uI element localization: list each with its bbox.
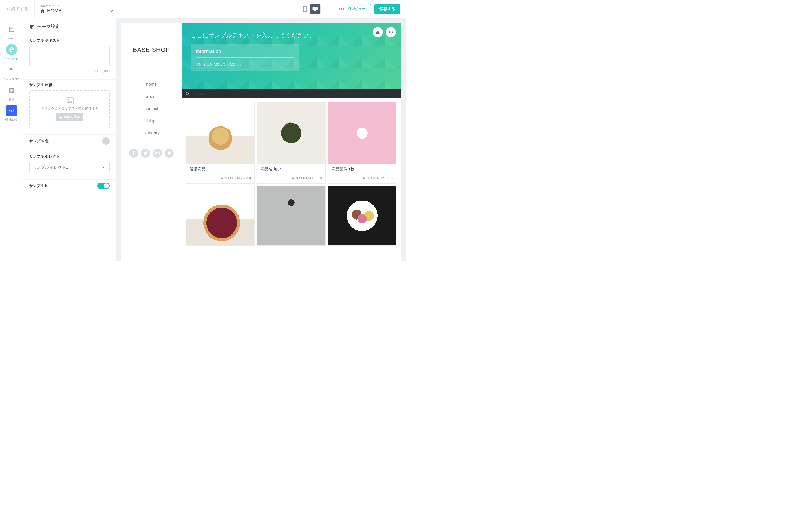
social-facebook[interactable] [129, 149, 138, 158]
sample-text-label: サンプル テキスト [29, 38, 110, 43]
product-thumb [257, 186, 325, 246]
save-label: 保存する [379, 6, 395, 12]
iconbar-background[interactable]: 背景 [2, 85, 21, 102]
iconbar-shop-logo[interactable]: ショップロゴ [2, 64, 21, 81]
preview-label: プレビュー [346, 6, 366, 12]
product-card[interactable] [186, 186, 254, 246]
page-selector[interactable]: 編集中のページ HOME [35, 4, 119, 14]
pick-image-button[interactable]: 画像を選択 [56, 113, 83, 121]
preview-button[interactable]: プレビュー [334, 4, 371, 14]
exit-label: 終了する [11, 6, 28, 12]
svg-point-4 [341, 8, 342, 9]
chevron-down-icon [110, 9, 114, 13]
hero-text: ここにサンプルテキストを入力してください。 [191, 32, 392, 39]
sample-select-label: サンプル セレクト [29, 154, 110, 159]
hero: ここにサンプルテキストを入力してください。 Information お知らせを入… [182, 23, 401, 89]
code-icon [9, 109, 14, 112]
nav-blog[interactable]: blog [143, 118, 159, 123]
product-thumb [257, 103, 325, 164]
info-title: Information [196, 49, 294, 57]
social-other[interactable] [165, 149, 174, 158]
svg-point-21 [392, 34, 393, 34]
iconbar-background-label: 背景 [9, 97, 14, 102]
facebook-icon [133, 151, 135, 156]
iconbar-html-edit[interactable]: HTML編集 [2, 105, 21, 122]
editing-page-label: 編集中のページ [40, 4, 114, 8]
svg-rect-2 [313, 7, 318, 10]
svg-point-1 [305, 11, 305, 11]
char-counter: 21 / 1,000 [29, 69, 110, 73]
svg-point-10 [12, 49, 13, 50]
eye-icon [339, 7, 344, 11]
svg-point-16 [68, 99, 69, 101]
iconbar-theme-settings[interactable]: テーマ設定 [2, 44, 21, 61]
exit-button[interactable]: 終了する [6, 0, 35, 18]
iconbar-theme-settings-label: テーマ設定 [4, 57, 19, 61]
sample-color-label: サンプル 色 [29, 139, 49, 144]
nav-home[interactable]: home [143, 82, 159, 87]
product-price: ¥19,800 ($178.20) [261, 176, 322, 180]
sample-image-label: サンプル 画像 [29, 83, 110, 87]
search-bar[interactable]: search [182, 89, 401, 98]
product-card[interactable]: 商品名 短い ¥19,800 ($178.20) [257, 102, 325, 184]
page-name-text: HOME [47, 8, 61, 14]
preview-canvas: BASE SHOP home about contact blog catego… [116, 18, 406, 262]
svg-point-8 [10, 49, 11, 50]
product-title: 商品画像 1枚 [332, 167, 393, 172]
info-box: Information お知らせを入力してください。 [191, 44, 299, 71]
instagram-icon [155, 151, 159, 156]
product-card[interactable] [328, 186, 396, 246]
nav-category[interactable]: category [143, 130, 159, 135]
chevron-down-icon [102, 166, 106, 169]
image-icon [66, 97, 74, 104]
iconbar-theme[interactable]: テーマ [2, 24, 21, 41]
sample-if-toggle[interactable] [97, 182, 110, 189]
product-thumb [186, 186, 254, 246]
product-title: 商品名 短い [261, 167, 322, 172]
social-twitter[interactable] [141, 149, 150, 158]
palette-icon [9, 47, 14, 52]
site-brand: BASE SHOP [133, 46, 170, 54]
desktop-icon [313, 6, 318, 12]
svg-point-13 [32, 25, 33, 26]
svg-point-12 [31, 26, 31, 26]
product-price: ¥19,800 ($178.20) [332, 176, 393, 180]
product-thumb [186, 103, 254, 164]
close-icon [6, 7, 10, 11]
social-instagram[interactable] [153, 149, 162, 158]
product-card[interactable]: 通常商品 ¥19,800 ($178.20) [186, 102, 254, 184]
sample-select[interactable]: サンプル セレクト1 [29, 162, 110, 173]
home-icon [40, 9, 45, 13]
iconbar-theme-label: テーマ [7, 37, 16, 41]
nav-contact[interactable]: contact [143, 106, 159, 111]
pick-image-label: 画像を選択 [63, 115, 80, 120]
layout-icon [9, 26, 14, 32]
svg-rect-3 [314, 11, 316, 11]
product-thumb [328, 103, 396, 164]
info-body: お知らせを入力してください。 [196, 62, 294, 67]
color-swatch[interactable] [102, 138, 110, 145]
plus-icon [59, 116, 62, 119]
product-card[interactable]: 商品画像 1枚 ¥19,800 ($178.20) [328, 102, 396, 184]
search-icon [186, 92, 190, 96]
palette-icon [29, 24, 35, 30]
panel-title: テーマ設定 [37, 24, 60, 30]
product-price: ¥19,800 ($178.20) [190, 176, 251, 180]
select-value: サンプル セレクト1 [33, 165, 68, 170]
product-title: 通常商品 [190, 167, 251, 172]
iconbar: テーマ テーマ設定 ショップロゴ 背景 HTML編集 [0, 18, 23, 262]
svg-point-19 [158, 152, 159, 152]
settings-panel: テーマ設定 サンプル テキスト 21 / 1,000 サンプル 画像 ドラッグ＆… [23, 18, 116, 262]
mobile-icon [303, 6, 307, 12]
svg-point-18 [156, 152, 158, 154]
sample-if-label: サンプル if [29, 183, 48, 188]
sample-text-input[interactable] [29, 46, 110, 66]
svg-rect-6 [10, 28, 12, 29]
svg-point-14 [33, 26, 34, 26]
save-button[interactable]: 保存する [374, 4, 400, 14]
product-card[interactable] [257, 186, 325, 246]
image-dropzone[interactable]: ドラッグ＆ドロップで画像を追加する 画像を選択 [29, 90, 110, 128]
nav-about[interactable]: about [143, 94, 159, 99]
desktop-view-button[interactable] [310, 4, 320, 14]
mobile-view-button[interactable] [300, 4, 310, 14]
